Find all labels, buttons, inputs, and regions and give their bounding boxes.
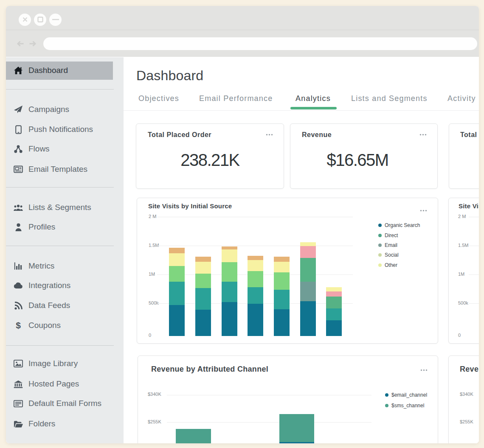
svg-text:$: $ xyxy=(16,321,21,330)
